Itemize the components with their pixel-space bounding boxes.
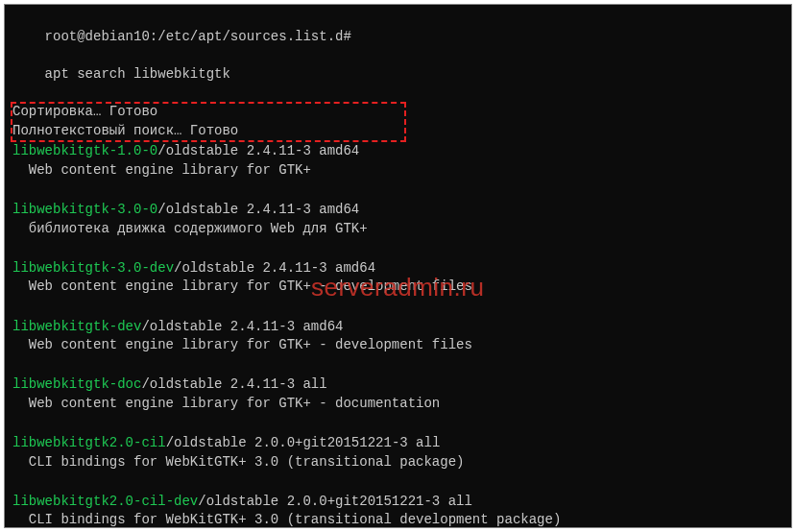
- package-entry: libwebkitgtk-dev/oldstable 2.4.11-3 amd6…: [12, 318, 784, 355]
- blank-line: [12, 297, 784, 316]
- package-entry: libwebkitgtk2.0-cil/oldstable 2.0.0+git2…: [12, 434, 784, 472]
- package-entry: libwebkitgtk-3.0-dev/oldstable 2.4.11-3 …: [12, 259, 784, 297]
- package-meta: /oldstable 2.4.11-3 amd64: [174, 260, 375, 276]
- package-name: libwebkitgtk-3.0-dev: [12, 260, 174, 276]
- package-meta: /oldstable 2.0.0+git20151221-3 all: [166, 435, 441, 450]
- package-description: CLI bindings for WebKitGTK+ 3.0 (transit…: [12, 511, 784, 528]
- package-name: libwebkitgtk-3.0-0: [12, 202, 157, 217]
- command-text: apt search libwebkitgtk: [45, 66, 230, 82]
- package-description: Web content engine library for GTK+: [12, 161, 784, 181]
- blank-line: [12, 355, 784, 375]
- package-description: Web content engine library for GTK+ - de…: [12, 278, 784, 297]
- blank-line: [12, 413, 784, 432]
- prompt-line: root@debian10:/etc/apt/sources.list.d# a…: [12, 9, 784, 103]
- status-line-fulltext: Полнотекстовый поиск… Готово: [12, 122, 784, 141]
- package-name: libwebkitgtk-doc: [12, 376, 141, 392]
- package-description: Web content engine library for GTK+ - de…: [12, 336, 784, 355]
- prompt-user-host-path: root@debian10:/etc/apt/sources.list.d#: [45, 29, 351, 44]
- blank-line: [12, 180, 784, 199]
- package-meta: /oldstable 2.4.11-3 all: [141, 376, 326, 392]
- package-description: Web content engine library for GTK+ - do…: [12, 395, 784, 414]
- package-meta: /oldstable 2.4.11-3 amd64: [141, 319, 343, 334]
- blank-line: [12, 472, 784, 491]
- package-entry: libwebkitgtk-1.0-0/oldstable 2.4.11-3 am…: [12, 142, 784, 180]
- package-name: libwebkitgtk2.0-cil: [12, 435, 166, 450]
- package-meta: /oldstable 2.4.11-3 amd64: [157, 143, 359, 158]
- terminal-window[interactable]: root@debian10:/etc/apt/sources.list.d# a…: [4, 4, 792, 528]
- package-entry: libwebkitgtk-3.0-0/oldstable 2.4.11-3 am…: [12, 201, 784, 238]
- package-entry: libwebkitgtk-doc/oldstable 2.4.11-3 all …: [12, 375, 784, 413]
- package-name: libwebkitgtk-1.0-0: [12, 143, 157, 158]
- package-entry: libwebkitgtk2.0-cil-dev/oldstable 2.0.0+…: [12, 493, 784, 528]
- blank-line: [12, 238, 784, 257]
- package-name: libwebkitgtk-dev: [12, 319, 141, 334]
- package-meta: /oldstable 2.0.0+git20151221-3 all: [198, 494, 472, 509]
- package-description: библиотека движка содержимого Web для GT…: [12, 220, 784, 239]
- package-meta: /oldstable 2.4.11-3 amd64: [157, 202, 359, 217]
- package-name: libwebkitgtk2.0-cil-dev: [12, 494, 198, 509]
- package-description: CLI bindings for WebKitGTK+ 3.0 (transit…: [12, 453, 784, 472]
- status-line-sorting: Сортировка… Готово: [12, 103, 784, 122]
